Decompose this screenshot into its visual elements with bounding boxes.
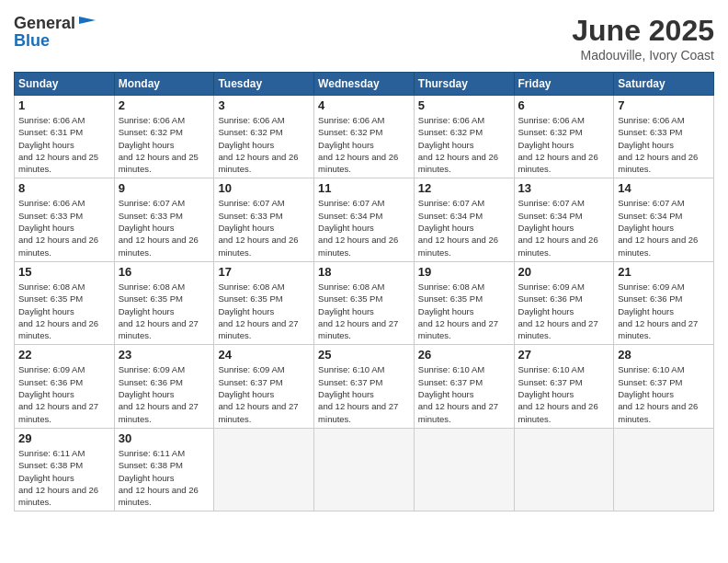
day-info: Sunrise: 6:08 AM Sunset: 6:35 PM Dayligh… [418, 281, 510, 341]
calendar-day-cell: 9 Sunrise: 6:07 AM Sunset: 6:33 PM Dayli… [114, 178, 214, 261]
day-info: Sunrise: 6:08 AM Sunset: 6:35 PM Dayligh… [119, 281, 210, 341]
calendar-week-row: 15 Sunrise: 6:08 AM Sunset: 6:35 PM Dayl… [15, 261, 714, 344]
logo-general-text: General [14, 14, 75, 33]
day-number: 9 [119, 181, 210, 195]
calendar-day-cell: 11 Sunrise: 6:07 AM Sunset: 6:34 PM Dayl… [314, 178, 415, 261]
calendar-day-cell: 15 Sunrise: 6:08 AM Sunset: 6:35 PM Dayl… [15, 261, 115, 344]
calendar-day-cell [614, 428, 714, 511]
calendar-day-cell: 21 Sunrise: 6:09 AM Sunset: 6:36 PM Dayl… [614, 261, 714, 344]
calendar-day-cell: 19 Sunrise: 6:08 AM Sunset: 6:35 PM Dayl… [414, 261, 514, 344]
day-info: Sunrise: 6:06 AM Sunset: 6:31 PM Dayligh… [18, 114, 110, 175]
day-number: 26 [418, 348, 510, 362]
day-info: Sunrise: 6:06 AM Sunset: 6:32 PM Dayligh… [518, 114, 610, 175]
day-number: 28 [618, 348, 710, 362]
day-number: 30 [119, 431, 210, 445]
day-number: 25 [318, 348, 410, 362]
calendar-day-cell: 7 Sunrise: 6:06 AM Sunset: 6:33 PM Dayli… [614, 96, 714, 178]
day-info: Sunrise: 6:11 AM Sunset: 6:38 PM Dayligh… [18, 447, 110, 508]
day-info: Sunrise: 6:09 AM Sunset: 6:36 PM Dayligh… [518, 281, 610, 341]
day-number: 1 [18, 98, 110, 112]
calendar-day-cell: 27 Sunrise: 6:10 AM Sunset: 6:37 PM Dayl… [514, 345, 614, 428]
day-number: 12 [418, 181, 510, 195]
day-number: 7 [618, 98, 710, 112]
calendar-header-row: SundayMondayTuesdayWednesdayThursdayFrid… [15, 73, 714, 96]
page: General Blue June 2025 Madouville, Ivory… [0, 0, 728, 563]
day-number: 21 [618, 265, 710, 279]
calendar-day-cell: 8 Sunrise: 6:06 AM Sunset: 6:33 PM Dayli… [15, 178, 115, 261]
day-number: 22 [18, 348, 110, 362]
logo-blue-text: Blue [14, 31, 97, 51]
calendar-day-cell: 22 Sunrise: 6:09 AM Sunset: 6:36 PM Dayl… [15, 345, 115, 428]
calendar-day-cell: 12 Sunrise: 6:07 AM Sunset: 6:34 PM Dayl… [414, 178, 514, 261]
day-info: Sunrise: 6:10 AM Sunset: 6:37 PM Dayligh… [618, 363, 710, 424]
day-info: Sunrise: 6:08 AM Sunset: 6:35 PM Dayligh… [18, 281, 110, 341]
calendar-week-row: 29 Sunrise: 6:11 AM Sunset: 6:38 PM Dayl… [15, 428, 714, 511]
day-info: Sunrise: 6:07 AM Sunset: 6:33 PM Dayligh… [218, 197, 310, 258]
calendar-day-cell: 10 Sunrise: 6:07 AM Sunset: 6:33 PM Dayl… [214, 178, 314, 261]
day-info: Sunrise: 6:08 AM Sunset: 6:35 PM Dayligh… [318, 281, 410, 341]
calendar-day-cell [414, 428, 514, 511]
calendar-day-cell: 30 Sunrise: 6:11 AM Sunset: 6:38 PM Dayl… [114, 428, 214, 511]
day-info: Sunrise: 6:06 AM Sunset: 6:32 PM Dayligh… [119, 114, 210, 175]
location-title: Madouville, Ivory Coast [572, 48, 714, 63]
day-info: Sunrise: 6:11 AM Sunset: 6:38 PM Dayligh… [119, 447, 210, 508]
day-number: 10 [218, 181, 310, 195]
logo-flag-icon [77, 15, 97, 31]
calendar-header-monday: Monday [114, 73, 214, 96]
day-number: 8 [18, 181, 110, 195]
calendar-day-cell: 24 Sunrise: 6:09 AM Sunset: 6:37 PM Dayl… [214, 345, 314, 428]
calendar-day-cell [214, 428, 314, 511]
day-info: Sunrise: 6:09 AM Sunset: 6:36 PM Dayligh… [18, 363, 110, 424]
day-info: Sunrise: 6:10 AM Sunset: 6:37 PM Dayligh… [318, 363, 410, 424]
day-number: 6 [518, 98, 610, 112]
calendar-header-tuesday: Tuesday [214, 73, 314, 96]
header: General Blue June 2025 Madouville, Ivory… [14, 14, 714, 63]
calendar-day-cell: 2 Sunrise: 6:06 AM Sunset: 6:32 PM Dayli… [114, 96, 214, 178]
day-info: Sunrise: 6:09 AM Sunset: 6:36 PM Dayligh… [119, 363, 210, 424]
day-info: Sunrise: 6:07 AM Sunset: 6:34 PM Dayligh… [618, 197, 710, 258]
day-info: Sunrise: 6:06 AM Sunset: 6:32 PM Dayligh… [418, 114, 510, 175]
day-info: Sunrise: 6:09 AM Sunset: 6:36 PM Dayligh… [618, 281, 710, 341]
day-info: Sunrise: 6:06 AM Sunset: 6:32 PM Dayligh… [218, 114, 310, 175]
calendar-day-cell: 18 Sunrise: 6:08 AM Sunset: 6:35 PM Dayl… [314, 261, 415, 344]
day-number: 13 [518, 181, 610, 195]
calendar-day-cell: 5 Sunrise: 6:06 AM Sunset: 6:32 PM Dayli… [414, 96, 514, 178]
calendar-day-cell: 3 Sunrise: 6:06 AM Sunset: 6:32 PM Dayli… [214, 96, 314, 178]
day-number: 16 [119, 265, 210, 279]
calendar-table: SundayMondayTuesdayWednesdayThursdayFrid… [14, 72, 714, 511]
calendar-header-thursday: Thursday [414, 73, 514, 96]
day-number: 17 [218, 265, 310, 279]
calendar-day-cell: 26 Sunrise: 6:10 AM Sunset: 6:37 PM Dayl… [414, 345, 514, 428]
calendar-header-wednesday: Wednesday [314, 73, 415, 96]
day-info: Sunrise: 6:06 AM Sunset: 6:33 PM Dayligh… [18, 197, 110, 258]
day-number: 19 [418, 265, 510, 279]
day-number: 2 [119, 98, 210, 112]
calendar-day-cell: 25 Sunrise: 6:10 AM Sunset: 6:37 PM Dayl… [314, 345, 415, 428]
svg-marker-0 [79, 17, 96, 24]
day-info: Sunrise: 6:10 AM Sunset: 6:37 PM Dayligh… [418, 363, 510, 424]
calendar-day-cell: 28 Sunrise: 6:10 AM Sunset: 6:37 PM Dayl… [614, 345, 714, 428]
day-number: 23 [119, 348, 210, 362]
day-number: 5 [418, 98, 510, 112]
day-number: 14 [618, 181, 710, 195]
calendar-day-cell: 6 Sunrise: 6:06 AM Sunset: 6:32 PM Dayli… [514, 96, 614, 178]
day-number: 29 [18, 431, 110, 445]
calendar-day-cell: 29 Sunrise: 6:11 AM Sunset: 6:38 PM Dayl… [15, 428, 115, 511]
calendar-day-cell: 14 Sunrise: 6:07 AM Sunset: 6:34 PM Dayl… [614, 178, 714, 261]
calendar-day-cell: 16 Sunrise: 6:08 AM Sunset: 6:35 PM Dayl… [114, 261, 214, 344]
day-info: Sunrise: 6:06 AM Sunset: 6:33 PM Dayligh… [618, 114, 710, 175]
day-info: Sunrise: 6:07 AM Sunset: 6:34 PM Dayligh… [318, 197, 410, 258]
calendar-day-cell: 23 Sunrise: 6:09 AM Sunset: 6:36 PM Dayl… [114, 345, 214, 428]
day-info: Sunrise: 6:09 AM Sunset: 6:37 PM Dayligh… [218, 363, 310, 424]
logo: General Blue [14, 14, 97, 51]
title-block: June 2025 Madouville, Ivory Coast [572, 14, 714, 63]
calendar-day-cell: 20 Sunrise: 6:09 AM Sunset: 6:36 PM Dayl… [514, 261, 614, 344]
calendar-day-cell: 13 Sunrise: 6:07 AM Sunset: 6:34 PM Dayl… [514, 178, 614, 261]
day-info: Sunrise: 6:08 AM Sunset: 6:35 PM Dayligh… [218, 281, 310, 341]
day-number: 20 [518, 265, 610, 279]
calendar-day-cell [314, 428, 415, 511]
calendar-day-cell: 17 Sunrise: 6:08 AM Sunset: 6:35 PM Dayl… [214, 261, 314, 344]
day-number: 3 [218, 98, 310, 112]
month-title: June 2025 [572, 14, 714, 48]
day-number: 27 [518, 348, 610, 362]
